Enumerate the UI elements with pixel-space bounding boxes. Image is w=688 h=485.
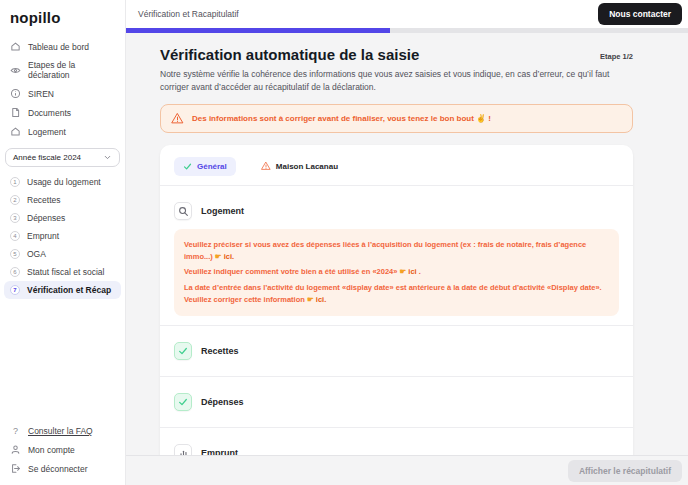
logout-icon: [10, 463, 21, 474]
step-number: 7: [10, 285, 20, 295]
step-number: 1: [10, 177, 20, 187]
flexed-biceps-icon: ✌: [476, 114, 486, 123]
step-number: 6: [10, 267, 20, 277]
sidebar-step-oga[interactable]: 5 OGA: [0, 245, 125, 263]
home-icon: [10, 126, 21, 137]
step-label: OGA: [27, 249, 46, 259]
error-link-ici[interactable]: ici.: [316, 295, 326, 304]
section-title: Dépenses: [201, 397, 244, 407]
sidebar-item-mon-compte[interactable]: Mon compte: [0, 440, 125, 459]
step-number: 3: [10, 213, 20, 223]
section-title: Recettes: [201, 346, 239, 356]
page-title: Vérification automatique de la saisie: [160, 46, 419, 63]
divider: [160, 376, 633, 377]
divider: [160, 427, 633, 428]
step-label: Emprunt: [27, 231, 59, 241]
step-label: Recettes: [27, 195, 61, 205]
divider: [160, 325, 633, 326]
error-message: Veuillez préciser si vous avez des dépen…: [184, 239, 609, 263]
section-depenses: Dépenses: [174, 386, 619, 418]
brand-logo: nopillo: [0, 0, 125, 37]
sidebar-item-label: Se déconnecter: [28, 464, 88, 474]
tab-label: Maison Lacanau: [276, 162, 338, 171]
section-emprunt: Emprunt: [174, 437, 619, 455]
show-recap-button[interactable]: Afficher le récapitulatif: [568, 460, 682, 482]
sidebar-item-label: Consulter la FAQ: [28, 426, 93, 436]
sidebar-step-emprunt[interactable]: 4 Emprunt: [0, 227, 125, 245]
step-label: Vérification et Récap: [27, 285, 111, 295]
step-number: 4: [10, 231, 20, 241]
check-icon: [174, 342, 192, 360]
section-logement: Logement: [174, 195, 619, 227]
content-area: Vérification automatique de la saisie Et…: [126, 33, 688, 455]
sidebar-step-recettes[interactable]: 2 Recettes: [0, 191, 125, 209]
step-number: 2: [10, 195, 20, 205]
sidebar-item-label: Logement: [28, 127, 66, 137]
error-message: La date d’entrée dans l’activité du loge…: [184, 282, 609, 306]
contact-button[interactable]: Nous contacter: [598, 3, 682, 25]
error-box-logement: Veuillez préciser si vous avez des dépen…: [174, 229, 619, 316]
main-area: Vérification et Racapitulatif Nous conta…: [126, 0, 688, 485]
eye-icon: [10, 65, 21, 76]
check-icon: [183, 162, 192, 171]
tab-general[interactable]: Général: [174, 157, 236, 176]
fiscal-year-value: Année fiscale 2024: [13, 153, 81, 162]
pointing-finger-icon: ☛: [307, 295, 314, 304]
topbar-tab-label: Vérification et Racapitulatif: [138, 9, 239, 19]
sidebar-item-label: SIREN: [28, 89, 54, 99]
sidebar-footer: ? Consulter la FAQ Mon compte Se déconne…: [0, 421, 125, 485]
sidebar-item-documents[interactable]: Documents: [0, 103, 125, 122]
sidebar-step-verification-et-recap[interactable]: 7 Vérification et Récap: [4, 281, 121, 299]
app-window: nopillo Tableau de bord Etapes de la déc…: [0, 0, 688, 485]
home-icon: [10, 41, 21, 52]
warning-triangle-icon: [261, 161, 271, 171]
info-icon: [10, 88, 21, 99]
error-link-ici[interactable]: ici: [408, 267, 416, 276]
tab-maison-lacanau[interactable]: Maison Lacanau: [252, 156, 347, 176]
sidebar-item-etapes[interactable]: Etapes de la déclaration: [0, 56, 125, 84]
topbar: Vérification et Racapitulatif Nous conta…: [126, 0, 688, 28]
warning-triangle-icon: [171, 112, 184, 125]
sidebar-step-statut-fiscal[interactable]: 6 Statut fiscal et social: [0, 263, 125, 281]
card-tabs: Général Maison Lacanau: [174, 156, 619, 176]
sidebar-item-faq[interactable]: ? Consulter la FAQ: [0, 421, 125, 440]
sidebar-item-label: Mon compte: [28, 445, 75, 455]
sidebar-item-label: Etapes de la déclaration: [28, 60, 115, 80]
sidebar-item-tableau-de-bord[interactable]: Tableau de bord: [0, 37, 125, 56]
page-description: Notre système vérifie la cohérence des i…: [160, 68, 633, 94]
step-label: Usage du logement: [27, 177, 101, 187]
section-title: Emprunt: [201, 448, 238, 455]
question-icon: ?: [10, 425, 21, 436]
magnifier-icon: [174, 202, 192, 220]
section-title: Logement: [201, 206, 244, 216]
pointing-finger-icon: ☛: [215, 252, 222, 261]
footer-bar: Afficher le récapitulatif: [126, 455, 688, 485]
tab-label: Général: [197, 162, 227, 171]
document-icon: [10, 107, 21, 118]
sidebar-item-siren[interactable]: SIREN: [0, 84, 125, 103]
loan-icon: [174, 444, 192, 455]
sidebar-item-label: Documents: [28, 108, 71, 118]
sidebar-item-label: Tableau de bord: [28, 42, 89, 52]
fiscal-year-select[interactable]: Année fiscale 2024: [5, 148, 120, 167]
check-icon: [174, 393, 192, 411]
sidebar-step-depenses[interactable]: 3 Dépenses: [0, 209, 125, 227]
error-link-ici[interactable]: ici.: [224, 252, 234, 261]
step-number: 5: [10, 249, 20, 259]
warning-banner-text: Des informations sont à corriger avant d…: [192, 114, 491, 123]
error-message: Veuillez indiquer comment votre bien a é…: [184, 266, 609, 278]
step-indicator: Etape 1/2: [600, 52, 633, 63]
step-label: Statut fiscal et social: [27, 267, 104, 277]
warning-banner: Des informations sont à corriger avant d…: [160, 104, 633, 133]
divider: [160, 185, 633, 186]
section-recettes: Recettes: [174, 335, 619, 367]
user-icon: [10, 444, 21, 455]
sidebar: nopillo Tableau de bord Etapes de la déc…: [0, 0, 126, 485]
sidebar-step-usage-du-logement[interactable]: 1 Usage du logement: [0, 173, 125, 191]
verification-card: Général Maison Lacanau Logement: [160, 145, 633, 455]
step-label: Dépenses: [27, 213, 65, 223]
chevron-down-icon: [103, 153, 112, 162]
pointing-finger-icon: ☛: [400, 267, 407, 276]
sidebar-item-logement[interactable]: Logement: [0, 122, 125, 141]
sidebar-item-se-deconnecter[interactable]: Se déconnecter: [0, 459, 125, 478]
